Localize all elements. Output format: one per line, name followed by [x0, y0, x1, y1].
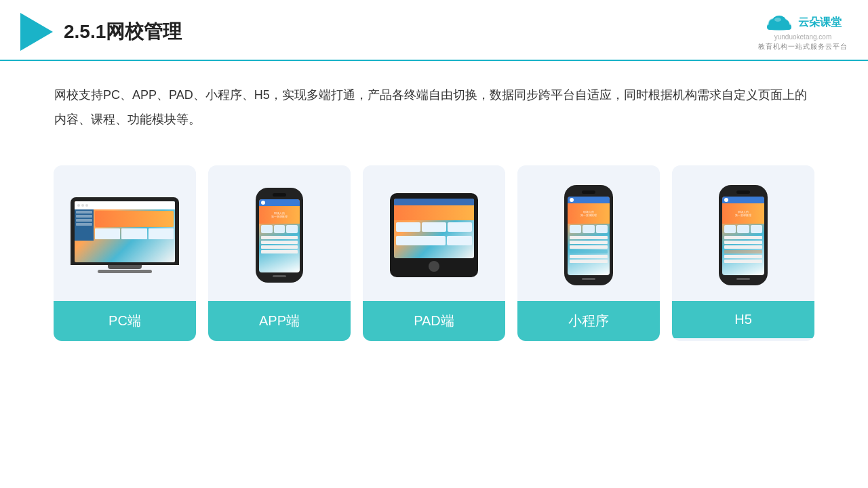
h5-mockup: 职场人的第一堂课推理: [719, 185, 768, 285]
header: 2.5.1网校管理 云朵课堂 yunduoketang.com 教育机构一站式服…: [0, 0, 868, 61]
card-mini-image: 职场人的第一堂课推理: [517, 165, 660, 301]
page-title: 2.5.1网校管理: [64, 19, 182, 45]
header-right: 云朵课堂 yunduoketang.com 教育机构一站式服务云平台: [758, 12, 848, 52]
svg-point-7: [774, 18, 781, 22]
logo-triangle-icon: [20, 13, 53, 51]
description-text: 网校支持PC、APP、PAD、小程序、H5，实现多端打通，产品各终端自由切换，数…: [54, 83, 814, 131]
tablet-mockup: [390, 193, 478, 277]
svg-rect-6: [767, 24, 791, 30]
card-pc: PC端: [54, 165, 196, 341]
card-mini-label: 小程序: [517, 301, 660, 341]
card-h5: 职场人的第一堂课推理: [672, 165, 814, 341]
card-h5-image: 职场人的第一堂课推理: [672, 165, 814, 301]
card-app-image: 职场人的第一堂课推理: [208, 165, 351, 301]
brand-subtitle: 教育机构一站式服务云平台: [758, 42, 848, 52]
card-pad-label: PAD端: [363, 301, 505, 341]
card-app: 职场人的第一堂课推理: [208, 165, 351, 341]
brand-logo: 云朵课堂: [764, 12, 842, 33]
cards-container: PC端 职场人的第一堂课推理: [0, 152, 868, 341]
card-h5-label: H5: [672, 301, 814, 338]
cloud-icon: [764, 12, 794, 33]
card-mini: 职场人的第一堂课推理: [517, 165, 660, 341]
card-pc-label: PC端: [54, 301, 196, 341]
card-app-label: APP端: [208, 301, 351, 341]
mini-mockup: 职场人的第一堂课推理: [564, 185, 613, 285]
app-mockup: 职场人的第一堂课推理: [256, 188, 303, 283]
card-pc-image: [54, 165, 196, 301]
description: 网校支持PC、APP、PAD、小程序、H5，实现多端打通，产品各终端自由切换，数…: [0, 61, 868, 145]
header-left: 2.5.1网校管理: [20, 13, 182, 51]
brand-url: yunduoketang.com: [774, 33, 832, 41]
pc-mockup: [71, 197, 179, 273]
card-pad: PAD端: [363, 165, 505, 341]
card-pad-image: [363, 165, 505, 301]
brand-name: 云朵课堂: [798, 16, 842, 30]
